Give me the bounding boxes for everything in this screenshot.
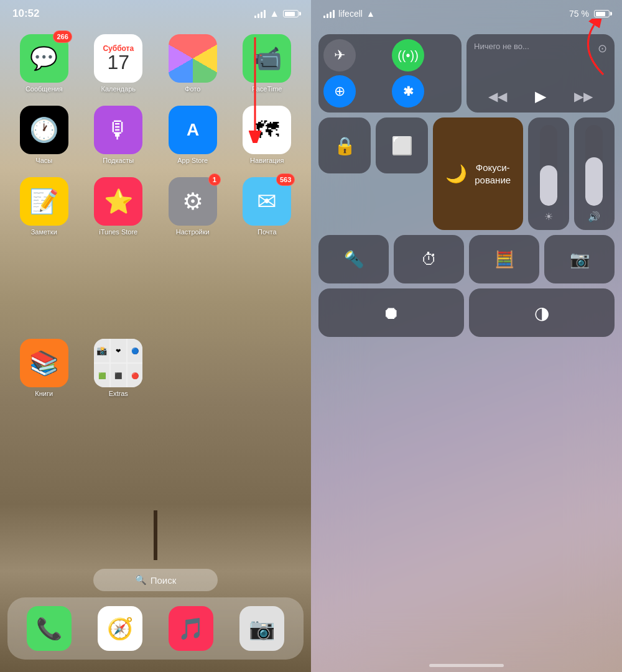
itunes-label: iTunes Store [99, 228, 137, 236]
media-title-area: Ничего не во... [474, 42, 607, 52]
prev-btn[interactable]: ◀◀ [488, 89, 507, 104]
appstore-icon: A [169, 106, 217, 154]
wifi-btn[interactable]: ⊕ [323, 75, 356, 108]
brightness-icon: ☀ [544, 211, 553, 223]
app-mail[interactable]: ✉ 563 Почта [233, 177, 302, 236]
dock: 📞 🧭 🎵 📷 [7, 597, 304, 660]
podcasts-icon: 🎙 [94, 106, 142, 154]
focus-label: Фокуси-рование [475, 162, 511, 186]
airplay-icon[interactable]: ⊙ [598, 42, 607, 55]
rotation-lock-btn[interactable]: 🔒 [318, 117, 371, 173]
volume-slider[interactable]: 🔊 [574, 117, 615, 230]
photos-label: Фото [185, 85, 200, 93]
mobile-data-btn[interactable]: ((•)) [392, 39, 424, 71]
app-maps[interactable]: 🗺 Навигация [233, 106, 302, 165]
cc-battery-icon [594, 10, 610, 17]
battery-icon [283, 10, 299, 17]
mail-label: Почта [258, 228, 277, 236]
timer-icon: ⏱ [421, 250, 437, 269]
wifi-control-icon: ⊕ [334, 83, 345, 99]
app-facetime[interactable]: 📹 FaceTime [233, 34, 302, 93]
control-center-grid: ✈ ((•)) ⊕ ✱ ⊙ Ничего не во... [318, 34, 615, 337]
extras-label: Extras [109, 390, 128, 398]
mirror-icon: ⬜ [391, 136, 413, 156]
cc-signal-icon [323, 10, 335, 18]
bluetooth-btn[interactable]: ✱ [392, 75, 424, 108]
cc-wifi-icon: ▲ [366, 9, 375, 19]
moon-icon: 🌙 [445, 163, 467, 184]
cc-row-1: ✈ ((•)) ⊕ ✱ ⊙ Ничего не во... [318, 34, 615, 113]
battery-percentage: 75 % [569, 9, 589, 19]
settings-label: Настройки [176, 228, 210, 236]
app-appstore[interactable]: A App Store [159, 106, 227, 165]
next-btn[interactable]: ▶▶ [574, 89, 593, 104]
search-bar[interactable]: 🔍 Поиск [93, 569, 218, 591]
flashlight-btn[interactable]: 🔦 [318, 235, 389, 283]
mail-icon: ✉ 563 [243, 177, 291, 226]
app-itunes[interactable]: ⭐ iTunes Store [85, 177, 153, 236]
extras-icon: 📸 ❤ 🔵 🟩 ⬛ 🔴 [94, 339, 142, 387]
settings-icon: ⚙ 1 [169, 177, 217, 226]
play-btn[interactable]: ▶ [535, 88, 546, 105]
volume-icon: 🔊 [588, 211, 600, 223]
facetime-icon: 📹 [243, 34, 291, 83]
calculator-icon: 🧮 [494, 250, 514, 269]
airplane-mode-btn[interactable]: ✈ [323, 39, 356, 71]
dock-safari[interactable]: 🧭 [98, 606, 142, 651]
color-filter-btn[interactable]: ◑ [469, 288, 615, 337]
timer-btn[interactable]: ⏱ [394, 235, 464, 283]
maps-label: Навигация [250, 157, 284, 165]
dock-music[interactable]: 🎵 [169, 606, 213, 651]
app-books[interactable]: 📚 Книги [10, 339, 78, 398]
notes-icon: 📝 [20, 177, 68, 226]
app-photos[interactable]: Фото [159, 34, 227, 93]
app-podcasts[interactable]: 🎙 Подкасты [85, 106, 153, 165]
signal-icon [254, 10, 266, 18]
app-settings[interactable]: ⚙ 1 Настройки [159, 177, 227, 236]
battery-info: 75 % [569, 9, 610, 19]
search-text: Поиск [151, 575, 177, 586]
focus-btn[interactable]: 🌙 Фокуси-рование [433, 117, 523, 230]
left-screen: 10:52 ▲ 💬 266 Сообщения Суббот [0, 0, 311, 672]
dock-camera[interactable]: 📷 [239, 606, 284, 651]
calendar-label: Календарь [101, 85, 136, 93]
books-label: Книги [35, 390, 53, 398]
settings-badge: 1 [208, 173, 221, 186]
wifi-icon: ▲ [269, 8, 279, 19]
calendar-icon: Суббота 17 [94, 34, 142, 83]
app-clock[interactable]: 🕐 Часы [10, 106, 78, 165]
app-grid: 💬 266 Сообщения Суббота 17 Календарь Фот… [10, 34, 301, 237]
cc-row-2: 🔒 ⬜ 🌙 Фокуси-рование ☀ [318, 117, 615, 230]
media-block: ⊙ Ничего не во... ◀◀ ▶ ▶▶ [466, 34, 615, 113]
camera-quick-btn[interactable]: 📷 [544, 235, 615, 283]
camera-icon: 📷 [239, 606, 284, 651]
clock-label: Часы [35, 157, 52, 165]
cc-row-4: ⏺ ◑ [318, 288, 615, 337]
mobile-icon: ((•)) [397, 48, 419, 63]
svg-text:A: A [187, 121, 199, 140]
app-calendar[interactable]: Суббота 17 Календарь [85, 34, 153, 93]
status-bar-left: 10:52 ▲ [0, 0, 311, 27]
app-messages[interactable]: 💬 266 Сообщения [10, 34, 78, 93]
carrier-name: lifecell [338, 9, 363, 19]
itunes-icon: ⭐ [94, 177, 142, 226]
app-extras[interactable]: 📸 ❤ 🔵 🟩 ⬛ 🔴 Extras [85, 339, 153, 398]
mail-badge: 563 [276, 173, 295, 186]
camera-quick-icon: 📷 [570, 250, 590, 269]
screen-record-btn[interactable]: ⏺ [318, 288, 464, 337]
home-indicator [429, 664, 504, 667]
clock-icon: 🕐 [20, 106, 68, 154]
airplane-icon: ✈ [334, 47, 345, 63]
messages-badge: 266 [53, 30, 72, 43]
books-icon: 📚 [20, 339, 68, 387]
status-bar-right: lifecell ▲ 75 % [311, 0, 622, 27]
screen-mirror-btn[interactable]: ⬜ [376, 117, 428, 173]
notes-label: Заметки [31, 228, 57, 236]
brightness-slider[interactable]: ☀ [528, 117, 569, 230]
music-icon: 🎵 [169, 606, 213, 651]
dock-phone[interactable]: 📞 [27, 606, 72, 651]
calculator-btn[interactable]: 🧮 [469, 235, 539, 283]
cc-row-3: 🔦 ⏱ 🧮 📷 [318, 235, 615, 283]
media-controls: ◀◀ ▶ ▶▶ [474, 88, 607, 105]
app-notes[interactable]: 📝 Заметки [10, 177, 78, 236]
